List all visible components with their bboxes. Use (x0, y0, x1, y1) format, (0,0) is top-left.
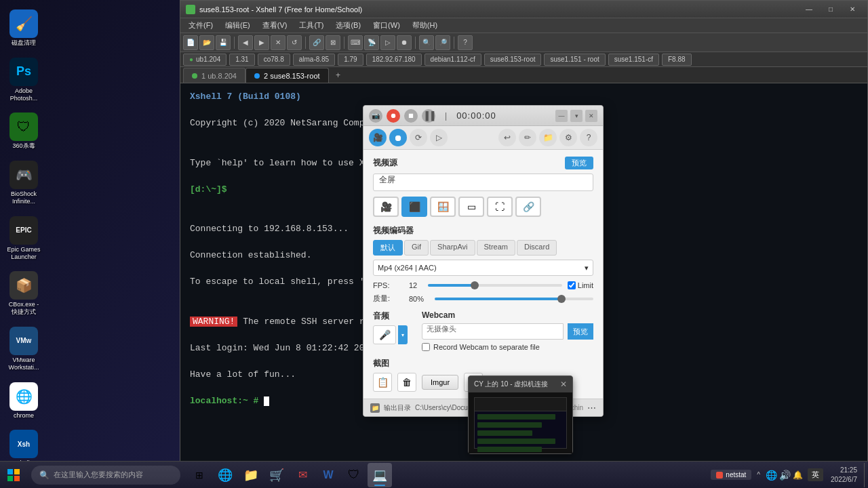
bookmark-182[interactable]: 182.92.67.180 (366, 54, 422, 66)
desktop-icon-photoshop[interactable]: Ps Adobe Photosh... (3, 55, 44, 105)
rec-tool-pencil[interactable]: ✏ (519, 129, 536, 146)
imgur-button[interactable]: Imgur (422, 375, 458, 390)
bookmark-co788[interactable]: co78.8 (258, 54, 290, 66)
tab-suse153[interactable]: 2 suse8.153-root (245, 68, 329, 83)
tb-disconnect[interactable]: ⊠ (326, 35, 340, 50)
source-preview-button[interactable]: 预览 (565, 157, 593, 169)
src-icon-region[interactable]: ▭ (458, 197, 484, 217)
rec-tool-settings1[interactable]: ⟳ (410, 129, 427, 146)
menu-tools[interactable]: 工具(T) (294, 19, 329, 32)
audio-dropdown[interactable]: ▾ (398, 325, 408, 344)
tb-sftp[interactable]: 📡 (364, 35, 379, 50)
tray-notification-icon[interactable]: 🔔 (793, 470, 803, 480)
src-icon-link[interactable]: 🔗 (515, 197, 541, 217)
bookmark-suse151[interactable]: suse1.151 - root (544, 54, 605, 66)
desktop-icon-cleanup[interactable]: 🧹 磁盘清理 (3, 7, 44, 49)
tb-record[interactable]: ⏺ (397, 35, 412, 50)
source-input[interactable]: 全屏 (373, 174, 593, 191)
taskbar-app-explorer[interactable]: 📁 (239, 463, 263, 487)
webcam-select[interactable]: 无摄像头 (422, 323, 564, 340)
recorder-close[interactable]: ✕ (585, 110, 597, 122)
enc-tab-discard[interactable]: Discard (517, 240, 557, 256)
preview-close-button[interactable]: ✕ (560, 380, 567, 389)
tb-save[interactable]: 💾 (216, 35, 231, 50)
menu-window[interactable]: 窗口(W) (368, 19, 406, 32)
desktop-icon-vmware[interactable]: VMw VMware Workstati... (3, 324, 44, 374)
enc-tab-stream[interactable]: Stream (477, 240, 515, 256)
tb-stop[interactable]: ✕ (271, 35, 285, 50)
src-icon-fullscreen[interactable]: ⬛ (401, 197, 427, 217)
menu-help[interactable]: 帮助(H) (407, 19, 443, 32)
close-button[interactable]: ✕ (843, 3, 862, 16)
bookmark-debian[interactable]: debian1.112-cf (425, 54, 481, 66)
webcam-preview-button[interactable]: 预览 (568, 323, 593, 340)
taskbar-app-mail[interactable]: ✉ (290, 463, 315, 487)
bookmark-131[interactable]: 1.31 (229, 54, 254, 66)
desktop-icon-bioshock[interactable]: 🎮 BioShock Infinite... (3, 158, 44, 208)
tb-connect[interactable]: 🔗 (309, 35, 324, 50)
tb-macro[interactable]: ▷ (380, 35, 395, 50)
rec-tool-gear[interactable]: ⚙ (559, 129, 577, 146)
rec-tool-settings2[interactable]: ▷ (430, 129, 448, 146)
netstat-indicator[interactable]: netstat (711, 470, 751, 480)
more-button[interactable]: ⋯ (587, 403, 596, 413)
menu-file[interactable]: 文件(F) (183, 19, 218, 32)
bookmark-suse151cf[interactable]: suse1.151-cf (608, 54, 659, 66)
taskbar-app-security[interactable]: 🛡 (342, 463, 366, 487)
tb-refresh[interactable]: ↺ (287, 35, 302, 50)
enc-tab-sharpavi[interactable]: SharpAvi (430, 240, 475, 256)
rec-tool-help[interactable]: ? (580, 129, 597, 146)
maximize-button[interactable]: □ (821, 3, 840, 16)
desktop-icon-epic[interactable]: EPIC Epic Games Launcher (3, 214, 44, 264)
stop-button[interactable]: ⏹ (404, 109, 418, 123)
tb-search[interactable]: 🔍 (419, 35, 434, 50)
bookmark-f888[interactable]: F8.88 (662, 54, 692, 66)
tray-network-icon[interactable]: 🌐 (766, 470, 777, 481)
preview-thumbnail[interactable] (469, 392, 572, 453)
desktop-icon-cbox[interactable]: 📦 CBox.exe - 快捷方式 (3, 268, 44, 319)
src-icon-crop[interactable]: ⛶ (487, 197, 513, 217)
taskbar-search-bar[interactable]: 🔍 在这里输入您要搜索的内容 (31, 466, 180, 485)
src-icon-camera[interactable]: 🎥 (373, 197, 399, 217)
fps-limit-checkbox[interactable] (568, 281, 576, 289)
tb-back[interactable]: ◀ (238, 35, 253, 50)
menu-options[interactable]: 选项(B) (330, 19, 366, 32)
src-icon-window[interactable]: 🪟 (430, 197, 456, 217)
tray-expand[interactable]: ^ (754, 471, 763, 479)
taskbar-app-virtualbox[interactable]: 💻 (368, 463, 392, 487)
bookmark-ub1204[interactable]: ● ub1.204 (183, 54, 226, 66)
tb-forward[interactable]: ▶ (254, 35, 269, 50)
taskbar-app-edge[interactable]: 🌐 (213, 463, 237, 487)
camera-button[interactable]: 📷 (369, 109, 382, 123)
bookmark-179[interactable]: 1.79 (338, 54, 363, 66)
rec-tool-folder[interactable]: 📁 (539, 129, 557, 146)
caption-save[interactable]: 🗑 (397, 373, 416, 392)
bookmark-alma885[interactable]: alma-8.85 (293, 54, 335, 66)
minimize-button[interactable]: — (800, 3, 818, 16)
tray-volume-icon[interactable]: 🔊 (779, 470, 791, 481)
new-tab-button[interactable]: + (332, 68, 345, 83)
bookmark-suse153[interactable]: suse8.153-root (484, 54, 542, 66)
enc-tab-gif[interactable]: Gif (404, 240, 429, 256)
desktop-icon-360[interactable]: 🛡 360杀毒 (3, 110, 44, 152)
menu-edit[interactable]: 编辑(E) (220, 19, 256, 32)
webcam-checkbox[interactable] (422, 343, 430, 351)
recorder-collapse[interactable]: ▾ (570, 110, 583, 122)
pause-button[interactable]: ▐▐ (422, 109, 435, 123)
quality-slider[interactable] (435, 298, 593, 300)
tb-zoom[interactable]: 🔎 (435, 35, 450, 50)
tb-help[interactable]: ? (458, 35, 473, 50)
rec-tool-screen[interactable]: ⏺ (389, 129, 407, 146)
tab-ub8204[interactable]: 1 ub.8.204 (183, 68, 245, 83)
taskbar-app-taskview[interactable]: ⊞ (187, 463, 212, 487)
tb-new[interactable]: 📄 (183, 35, 198, 50)
ime-indicator[interactable]: 英 (808, 468, 823, 481)
enc-tab-default[interactable]: 默认 (373, 240, 403, 256)
taskbar-app-store[interactable]: 🛒 (264, 463, 289, 487)
desktop-icon-chrome[interactable]: 🌐 chrome (3, 380, 44, 422)
fps-slider[interactable] (428, 284, 562, 287)
rec-tool-video[interactable]: 🎥 (369, 129, 387, 146)
tb-terminal[interactable]: ⌨ (348, 35, 363, 50)
rec-tool-undo[interactable]: ↩ (498, 129, 516, 146)
record-button[interactable]: ⏺ (387, 109, 400, 123)
